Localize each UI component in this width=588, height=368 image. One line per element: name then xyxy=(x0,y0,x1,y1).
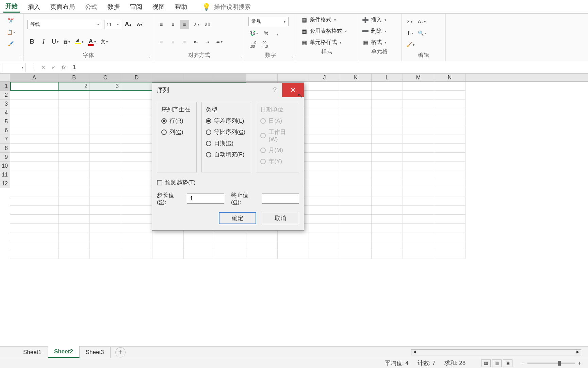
col-header[interactable]: C xyxy=(90,74,121,81)
row-header[interactable]: 5 xyxy=(0,117,10,126)
cell[interactable] xyxy=(403,117,434,126)
cell[interactable] xyxy=(246,232,278,241)
cell[interactable] xyxy=(121,179,152,188)
cell[interactable] xyxy=(121,215,152,224)
cell[interactable] xyxy=(309,153,340,162)
clipboard-launcher-icon[interactable]: ⌐ xyxy=(19,55,22,60)
tab-layout[interactable]: 页面布局 xyxy=(48,1,77,12)
cell[interactable] xyxy=(434,224,466,232)
cell[interactable] xyxy=(121,232,152,241)
font-size-combo[interactable]: 11▾ xyxy=(104,20,121,29)
cell[interactable] xyxy=(372,99,403,108)
zoom-in-button[interactable]: + xyxy=(578,360,581,367)
cell[interactable] xyxy=(215,250,246,259)
increase-decimal-button[interactable]: ←.0.00 xyxy=(248,40,258,49)
align-center-button[interactable]: ≡ xyxy=(168,37,178,47)
view-break-button[interactable]: ▣ xyxy=(503,359,512,367)
cancel-button[interactable]: 取消 xyxy=(262,212,299,224)
col-header[interactable]: B xyxy=(59,74,90,81)
tab-home[interactable]: 开始 xyxy=(3,1,20,13)
comma-button[interactable]: , xyxy=(273,28,282,38)
cell[interactable] xyxy=(403,135,434,144)
cell[interactable] xyxy=(309,188,340,197)
cell[interactable] xyxy=(59,215,90,224)
copy-button[interactable]: 📋▾ xyxy=(3,27,18,37)
cell[interactable] xyxy=(434,126,466,135)
cell[interactable] xyxy=(309,170,340,179)
cell[interactable] xyxy=(10,153,59,162)
conditional-format-button[interactable]: ▦条件格式▾ xyxy=(299,16,354,24)
cell[interactable] xyxy=(309,144,340,153)
cell[interactable] xyxy=(403,197,434,206)
cell[interactable] xyxy=(434,232,466,241)
cell[interactable] xyxy=(372,232,403,241)
row-header[interactable]: 4 xyxy=(0,108,10,117)
cell[interactable] xyxy=(10,250,59,259)
cell[interactable] xyxy=(10,206,59,215)
table-format-button[interactable]: ▦套用表格格式▾ xyxy=(299,27,354,35)
col-header[interactable]: K xyxy=(340,74,372,81)
cell[interactable] xyxy=(309,135,340,144)
bold-button[interactable]: B xyxy=(27,37,37,47)
number-format-combo[interactable]: 常规▾ xyxy=(248,17,289,26)
zoom-out-button[interactable]: − xyxy=(521,360,525,367)
cell[interactable] xyxy=(121,224,152,232)
cell[interactable] xyxy=(372,162,403,170)
cell[interactable] xyxy=(59,188,90,197)
col-header[interactable]: N xyxy=(434,74,466,81)
cell[interactable] xyxy=(434,188,466,197)
cell[interactable] xyxy=(90,91,121,99)
cell[interactable] xyxy=(403,224,434,232)
percent-button[interactable]: % xyxy=(261,28,271,38)
trend-checkbox[interactable]: 预测趋势(T) xyxy=(157,179,299,186)
cell[interactable] xyxy=(340,117,372,126)
dialog-help-button[interactable]: ? xyxy=(268,83,282,97)
cell[interactable] xyxy=(59,170,90,179)
cell[interactable] xyxy=(403,108,434,117)
cell[interactable] xyxy=(121,144,152,153)
view-normal-button[interactable]: ▦ xyxy=(481,359,491,367)
number-launcher-icon[interactable]: ⌐ xyxy=(292,55,294,60)
grow-font-button[interactable]: A▴ xyxy=(123,20,133,29)
cell[interactable] xyxy=(121,241,152,250)
cell[interactable] xyxy=(372,82,403,91)
cell[interactable] xyxy=(403,170,434,179)
tab-view[interactable]: 视图 xyxy=(150,1,167,12)
cell[interactable] xyxy=(309,162,340,170)
cell[interactable] xyxy=(340,91,372,99)
tab-formula[interactable]: 公式 xyxy=(83,1,99,12)
cell[interactable] xyxy=(340,99,372,108)
cell[interactable] xyxy=(372,206,403,215)
select-all-corner[interactable] xyxy=(0,74,10,81)
cell[interactable] xyxy=(90,188,121,197)
cell[interactable] xyxy=(340,232,372,241)
cell[interactable] xyxy=(340,126,372,135)
borders-button[interactable]: ▦▾ xyxy=(62,37,71,47)
row-header[interactable]: 12 xyxy=(0,179,10,188)
cell[interactable] xyxy=(121,126,152,135)
indent-inc-button[interactable]: ⇥ xyxy=(203,37,212,47)
shrink-font-button[interactable]: A▾ xyxy=(135,20,144,29)
cell[interactable] xyxy=(121,108,152,117)
cell[interactable] xyxy=(372,241,403,250)
cell[interactable] xyxy=(59,250,90,259)
cell[interactable] xyxy=(403,126,434,135)
cell[interactable] xyxy=(372,224,403,232)
cell[interactable] xyxy=(90,108,121,117)
cell[interactable] xyxy=(10,179,59,188)
cell[interactable] xyxy=(372,91,403,99)
col-header[interactable] xyxy=(246,74,278,81)
delete-cells-button[interactable]: ➖删除▾ xyxy=(361,27,398,35)
cell[interactable] xyxy=(434,117,466,126)
cell[interactable] xyxy=(152,241,184,250)
cell[interactable] xyxy=(309,215,340,224)
cell[interactable] xyxy=(59,126,90,135)
cell[interactable] xyxy=(10,197,59,206)
alignment-launcher-icon[interactable]: ⌐ xyxy=(241,55,243,60)
fx-button[interactable]: fx xyxy=(59,64,69,71)
cell[interactable] xyxy=(340,179,372,188)
currency-button[interactable]: 💱▾ xyxy=(248,28,259,38)
cell[interactable] xyxy=(246,241,278,250)
cell[interactable] xyxy=(121,197,152,206)
horizontal-scrollbar[interactable]: ◀▶ xyxy=(411,349,581,355)
